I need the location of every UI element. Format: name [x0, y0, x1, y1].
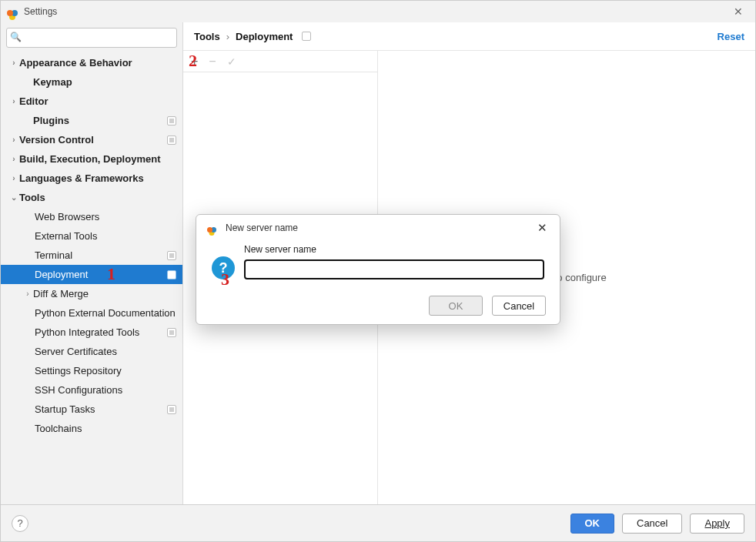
tree-item-settings-repository[interactable]: Settings Repository: [1, 361, 182, 380]
new-server-dialog: New server name ✕ ? New server name OK C…: [196, 214, 560, 325]
chevron-icon: ⌄: [8, 193, 19, 202]
apply-button[interactable]: Apply: [690, 514, 744, 534]
server-name-label: New server name: [244, 244, 544, 255]
add-server-button[interactable]: +: [191, 55, 198, 68]
tree-item-languages-frameworks[interactable]: ›Languages & Frameworks: [1, 169, 182, 188]
close-icon[interactable]: ✕: [728, 5, 749, 18]
tree-item-deployment[interactable]: Deployment: [1, 265, 182, 284]
remove-server-button[interactable]: −: [209, 55, 216, 68]
tree-item-label: Settings Repository: [35, 365, 122, 376]
breadcrumb-sep: ›: [226, 31, 229, 42]
dialog-cancel-button[interactable]: Cancel: [492, 296, 546, 316]
cancel-button[interactable]: Cancel: [622, 514, 682, 534]
tree-item-toolchains[interactable]: Toolchains: [1, 419, 182, 438]
tree-item-plugins[interactable]: Plugins: [1, 111, 182, 130]
tree-item-label: External Tools: [35, 230, 97, 242]
chevron-icon: ›: [8, 136, 19, 144]
dialog-field: New server name: [244, 244, 544, 279]
search-input[interactable]: [6, 28, 177, 48]
question-icon: ?: [212, 256, 235, 279]
tree-item-build-execution-deployment[interactable]: ›Build, Execution, Deployment: [1, 149, 182, 169]
tree-item-startup-tasks[interactable]: Startup Tasks: [1, 400, 182, 419]
sidebar: 🔍 ›Appearance & BehaviorKeymap›EditorPlu…: [1, 22, 183, 504]
chevron-icon: ›: [8, 174, 19, 182]
tree-item-label: Toolchains: [35, 423, 82, 434]
tree-item-ssh-configurations[interactable]: SSH Configurations: [1, 380, 182, 400]
tree-item-label: Build, Execution, Deployment: [19, 153, 160, 165]
breadcrumb-part: Deployment: [236, 31, 293, 42]
tree-item-tools[interactable]: ⌄Tools: [1, 188, 182, 207]
module-badge-icon: [167, 116, 176, 125]
dialog-titlebar: New server name ✕: [196, 215, 560, 241]
content-header: Tools › Deployment Reset: [183, 22, 755, 50]
tree-item-label: Languages & Frameworks: [19, 172, 144, 184]
tree-item-diff-merge[interactable]: ›Diff & Merge: [1, 284, 182, 303]
tree-item-label: Editor: [19, 95, 49, 107]
tree-item-label: Appearance & Behavior: [19, 57, 132, 69]
tree-item-web-browsers[interactable]: Web Browsers: [1, 207, 182, 226]
chevron-icon: ›: [8, 97, 19, 105]
tree-item-label: Server Certificates: [35, 346, 117, 357]
tree-item-external-tools[interactable]: External Tools: [1, 226, 182, 246]
tree-item-label: Diff & Merge: [33, 288, 89, 299]
window-title: Settings: [24, 6, 57, 17]
search-wrap: 🔍: [1, 22, 182, 53]
titlebar: Settings ✕: [1, 1, 755, 22]
breadcrumb: Tools › Deployment: [194, 31, 311, 42]
tree-item-label: Python External Documentation: [35, 307, 176, 319]
tree-item-appearance-behavior[interactable]: ›Appearance & Behavior: [1, 53, 182, 72]
settings-tree[interactable]: ›Appearance & BehaviorKeymap›EditorPlugi…: [1, 53, 182, 504]
module-badge-icon: [167, 328, 176, 337]
module-badge-icon: [167, 136, 176, 145]
dialog-ok-button[interactable]: OK: [429, 296, 483, 316]
set-default-button[interactable]: ✓: [227, 56, 236, 67]
help-button[interactable]: ?: [12, 515, 28, 532]
tree-item-keymap[interactable]: Keymap: [1, 72, 182, 92]
module-badge-icon: [167, 270, 176, 279]
dialog-footer: OK Cancel: [196, 287, 560, 324]
tree-item-python-external-documentation[interactable]: Python External Documentation: [1, 303, 182, 323]
tree-item-label: Deployment: [35, 269, 88, 280]
tree-item-label: SSH Configurations: [35, 384, 122, 396]
chevron-icon: ›: [22, 289, 33, 298]
tree-item-label: Startup Tasks: [35, 403, 95, 415]
tree-item-label: Terminal: [35, 249, 72, 261]
tree-item-label: Plugins: [33, 115, 69, 126]
app-icon: [7, 5, 19, 18]
breadcrumb-part: Tools: [194, 31, 220, 42]
module-badge-icon: [167, 405, 176, 414]
dialog-title: New server name: [226, 222, 298, 233]
reset-link[interactable]: Reset: [718, 31, 744, 42]
tree-item-python-integrated-tools[interactable]: Python Integrated Tools: [1, 323, 182, 342]
search-icon: 🔍: [10, 32, 22, 42]
tree-item-version-control[interactable]: ›Version Control: [1, 130, 182, 149]
tree-item-server-certificates[interactable]: Server Certificates: [1, 342, 182, 361]
tree-item-label: Keymap: [33, 76, 72, 88]
footer: ? OK Cancel Apply: [1, 504, 755, 541]
close-icon[interactable]: ✕: [534, 221, 550, 235]
dialog-body: ? New server name: [196, 241, 560, 287]
tree-item-terminal[interactable]: Terminal: [1, 246, 182, 265]
tree-item-label: Python Integrated Tools: [35, 326, 139, 338]
tree-item-label: Version Control: [19, 134, 94, 146]
chevron-icon: ›: [8, 155, 19, 163]
chevron-icon: ›: [8, 59, 19, 67]
search: 🔍: [6, 28, 177, 48]
app-icon: [207, 222, 219, 234]
server-name-input[interactable]: [244, 259, 544, 279]
tree-item-editor[interactable]: ›Editor: [1, 92, 182, 111]
tree-item-label: Tools: [19, 192, 45, 203]
deployment-toolbar: + − ✓: [183, 51, 377, 72]
module-badge-icon: [302, 32, 311, 41]
module-badge-icon: [167, 251, 176, 260]
ok-button[interactable]: OK: [570, 514, 615, 534]
tree-item-label: Web Browsers: [35, 211, 99, 222]
